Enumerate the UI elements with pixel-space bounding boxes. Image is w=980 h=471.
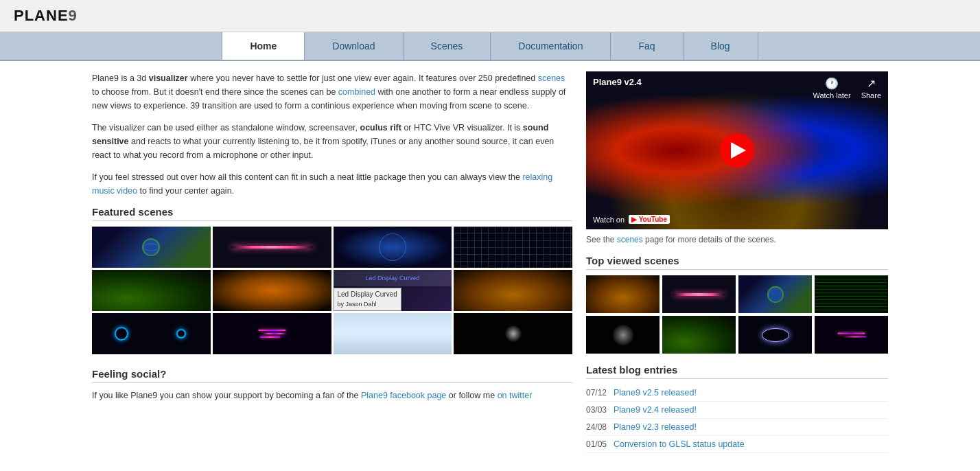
scene-thumb-6[interactable] <box>213 270 331 311</box>
top-scene-1[interactable] <box>586 275 660 313</box>
blog-date-2: 03/03 <box>586 405 614 415</box>
blog-link-4[interactable]: Conversion to GLSL status update <box>614 439 745 449</box>
video-container[interactable]: Plane9 v2.4 🕐 Watch later ↗ Share Watch … <box>586 71 888 229</box>
left-column: Plane9 is a 3d visualizer where you neve… <box>92 71 572 453</box>
top-scene-2[interactable] <box>662 275 736 313</box>
scene-thumb-4[interactable] <box>454 227 572 268</box>
nav-scenes[interactable]: Scenes <box>404 32 491 60</box>
scene-thumb-2[interactable] <box>213 227 331 268</box>
scene-thumb-5[interactable] <box>92 270 211 311</box>
social-title: Feeling social? <box>92 368 572 383</box>
featured-scenes-grid: Led Display Curvedby Jason Dahl Led Disp… <box>92 227 572 354</box>
twitter-link[interactable]: on twitter <box>498 391 533 400</box>
nav-faq[interactable]: Faq <box>611 32 683 60</box>
blog-link-3[interactable]: Plane9 v2.3 released! <box>614 422 697 432</box>
right-column: Plane9 v2.4 🕐 Watch later ↗ Share Watch … <box>586 71 888 453</box>
blog-entry-3: 24/08 Plane9 v2.3 released! <box>586 419 888 436</box>
svg-point-2 <box>767 286 782 301</box>
featured-scenes-title: Featured scenes <box>92 206 572 221</box>
top-scene-4[interactable] <box>815 275 888 313</box>
scene-thumb-7[interactable]: Led Display Curvedby Jason Dahl Led Disp… <box>334 270 452 311</box>
scenes-page-link[interactable]: scenes <box>617 235 643 244</box>
video-footer: Watch on ▶ YouTube <box>593 215 670 224</box>
scenes-link-1[interactable]: scenes <box>538 73 565 83</box>
top-scene-7[interactable] <box>738 316 812 354</box>
share-icon: ↗ <box>867 77 876 90</box>
top-scene-3[interactable] <box>738 275 812 313</box>
blog-link-1[interactable]: Plane9 v2.5 released! <box>614 388 697 398</box>
nav-home[interactable]: Home <box>222 32 305 60</box>
scene-thumb-12[interactable] <box>454 313 572 354</box>
logo: PLANE9 <box>14 7 78 25</box>
top-scenes-grid <box>586 275 888 354</box>
play-button[interactable] <box>720 133 754 168</box>
intro-p2: The visualizer can be used either as sta… <box>92 121 572 162</box>
blog-link-2[interactable]: Plane9 v2.4 released! <box>614 405 697 415</box>
blog-title: Latest blog entries <box>586 364 888 379</box>
combined-link[interactable]: combined <box>338 87 375 97</box>
scene-thumb-10[interactable] <box>213 313 331 354</box>
main-content: Plane9 is a 3d visualizer where you neve… <box>78 61 902 463</box>
youtube-logo: ▶ YouTube <box>629 215 670 224</box>
featured-scenes-section: Featured scenes <box>92 206 572 354</box>
scene-thumb-9[interactable] <box>92 313 211 354</box>
nav-download[interactable]: Download <box>305 32 403 60</box>
nav-blog[interactable]: Blog <box>684 32 758 60</box>
top-viewed-title: Top viewed scenes <box>586 255 888 270</box>
intro-p1: Plane9 is a 3d visualizer where you neve… <box>92 71 572 113</box>
scene-thumb-3[interactable] <box>334 227 452 268</box>
nav-documentation[interactable]: Documentation <box>491 32 611 60</box>
blog-entry-4: 01/05 Conversion to GLSL status update <box>586 436 888 453</box>
blog-entry-1: 07/12 Plane9 v2.5 released! <box>586 384 888 402</box>
watch-later-label: Watch later <box>813 91 850 100</box>
clock-icon: 🕐 <box>825 77 839 90</box>
blog-date-4: 01/05 <box>586 439 614 449</box>
svg-point-0 <box>143 239 159 255</box>
top-viewed-section: Top viewed scenes <box>586 255 888 354</box>
header: PLANE9 <box>0 0 980 32</box>
scene-thumb-1[interactable] <box>92 227 211 268</box>
social-text: If you like Plane9 you can show your sup… <box>92 389 572 403</box>
top-scene-8[interactable] <box>815 316 888 354</box>
blog-date-3: 24/08 <box>586 422 614 432</box>
share-btn[interactable]: ↗ Share <box>861 77 881 100</box>
watch-on-label: Watch on <box>593 216 625 224</box>
watch-later-btn[interactable]: 🕐 Watch later <box>813 77 850 100</box>
social-section: Feeling social? If you like Plane9 you c… <box>92 368 572 403</box>
blog-section: Latest blog entries 07/12 Plane9 v2.5 re… <box>586 364 888 453</box>
navigation: Home Download Scenes Documentation Faq B… <box>0 32 980 61</box>
share-label: Share <box>861 91 881 100</box>
video-controls: 🕐 Watch later ↗ Share <box>813 77 881 100</box>
top-scene-5[interactable] <box>586 316 660 354</box>
relaxing-video-link[interactable]: relaxing music video <box>92 172 552 196</box>
blog-date-1: 07/12 <box>586 388 614 398</box>
scene-thumb-8[interactable] <box>454 270 572 311</box>
top-scene-6[interactable] <box>662 316 736 354</box>
scene-thumb-11[interactable] <box>334 313 452 354</box>
scenes-caption: See the scenes page for more details of … <box>586 235 888 244</box>
video-title: Plane9 v2.4 <box>593 77 642 87</box>
intro-p3: If you feel stressed out over how all th… <box>92 170 572 198</box>
facebook-link[interactable]: Plane9 facebook page <box>361 391 446 400</box>
blog-entry-2: 03/03 Plane9 v2.4 released! <box>586 402 888 419</box>
